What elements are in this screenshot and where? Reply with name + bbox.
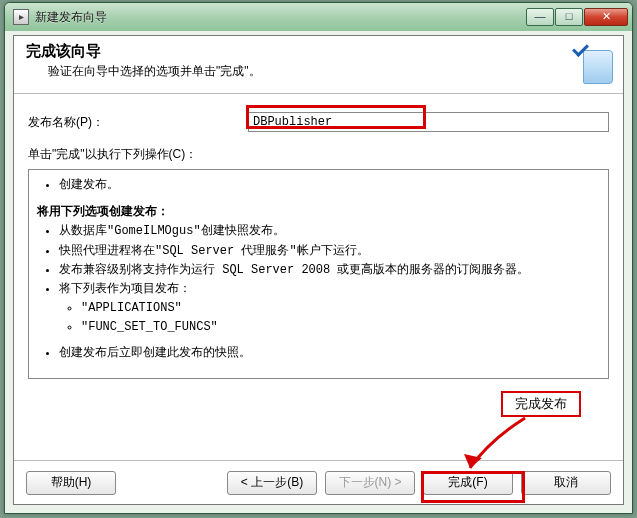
maximize-button[interactable]: □ <box>555 8 583 26</box>
back-button[interactable]: < 上一步(B) <box>227 471 317 495</box>
summary-item: 发布兼容级别将支持作为运行 SQL Server 2008 或更高版本的服务器的… <box>59 261 600 280</box>
summary-heading: 将用下列选项创建发布： <box>37 203 600 222</box>
page-subtitle: 验证在向导中选择的选项并单击"完成"。 <box>48 63 611 80</box>
window-title: 新建发布向导 <box>35 9 526 26</box>
summary-box[interactable]: 创建发布。 将用下列选项创建发布： 从数据库"GomeILMOgus"创建快照发… <box>28 169 609 379</box>
publication-name-input[interactable] <box>248 112 609 132</box>
wizard-footer: 帮助(H) < 上一步(B) 下一步(N) > 完成(F) 取消 <box>14 460 623 504</box>
page-title: 完成该向导 <box>26 42 611 61</box>
minimize-button[interactable]: — <box>526 8 554 26</box>
next-button: 下一步(N) > <box>325 471 415 495</box>
summary-line: 创建发布。 <box>59 176 600 195</box>
cancel-button[interactable]: 取消 <box>521 471 611 495</box>
wizard-header: 完成该向导 验证在向导中选择的选项并单击"完成"。 <box>14 36 623 94</box>
help-button[interactable]: 帮助(H) <box>26 471 116 495</box>
summary-item: 快照代理进程将在"SQL Server 代理服务"帐户下运行。 <box>59 242 600 261</box>
app-icon: ▸ <box>13 9 29 25</box>
summary-subitem: "APPLICATIONS" <box>81 299 600 318</box>
publication-name-row: 发布名称(P)： <box>28 112 609 132</box>
wizard-window: ▸ 新建发布向导 — □ ✕ 完成该向导 验证在向导中选择的选项并单击"完成"。… <box>4 2 633 514</box>
summary-item: 从数据库"GomeILMOgus"创建快照发布。 <box>59 222 600 241</box>
title-bar[interactable]: ▸ 新建发布向导 — □ ✕ <box>5 3 632 31</box>
book-check-icon <box>573 42 613 86</box>
finish-button[interactable]: 完成(F) <box>423 471 513 495</box>
summary-item: 创建发布后立即创建此发布的快照。 <box>59 344 600 363</box>
summary-item: 将下列表作为项目发布： "APPLICATIONS" "FUNC_SET_TO_… <box>59 280 600 338</box>
close-button[interactable]: ✕ <box>584 8 628 26</box>
operations-label: 单击"完成"以执行下列操作(C)： <box>28 146 609 163</box>
client-area: 完成该向导 验证在向导中选择的选项并单击"完成"。 发布名称(P)： 单击"完成… <box>13 35 624 505</box>
window-controls: — □ ✕ <box>526 8 628 26</box>
summary-subitem: "FUNC_SET_TO_FUNCS" <box>81 318 600 337</box>
publication-name-label: 发布名称(P)： <box>28 114 248 131</box>
wizard-body: 发布名称(P)： 单击"完成"以执行下列操作(C)： 创建发布。 将用下列选项创… <box>14 94 623 460</box>
